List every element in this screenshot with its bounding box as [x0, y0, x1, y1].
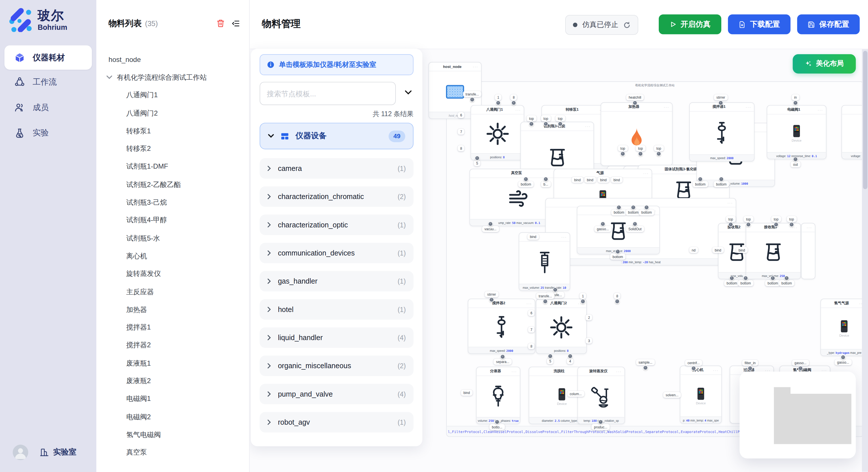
node-menu-icon[interactable]: ···: [526, 301, 532, 305]
tree-item[interactable]: 试剂瓶4-甲醇: [96, 212, 249, 229]
tree-item[interactable]: 真空泵: [96, 444, 249, 462]
collapse-list-icon[interactable]: [231, 19, 240, 28]
canvas-node-离心机[interactable]: 离心机···Devicep: 40 min_temp: 4 max_spe: [680, 366, 722, 424]
port-chip-bind[interactable]: bind: [598, 177, 609, 183]
sidebar-item-workflow[interactable]: 工作流: [4, 71, 92, 93]
template-category-row-liquid_handler[interactable]: liquid_handler(4): [259, 328, 413, 348]
tree-item[interactable]: host_node: [96, 51, 249, 69]
port-chip-bottom[interactable]: bottom: [611, 209, 627, 215]
port-dot[interactable]: [719, 176, 724, 181]
port-chip-4[interactable]: 4: [567, 358, 574, 364]
port-dot[interactable]: [544, 121, 548, 126]
port-chip-8[interactable]: 8: [458, 145, 464, 151]
port-chip-6[interactable]: 6: [458, 112, 464, 118]
port-dot[interactable]: [638, 151, 643, 156]
port-chip-transfe[interactable]: transfe...: [463, 91, 482, 97]
template-category-row-hotel[interactable]: hotel(1): [259, 299, 413, 319]
port-dot[interactable]: [523, 176, 528, 181]
tree-item[interactable]: 八通阀门1: [96, 87, 249, 104]
port-dot[interactable]: [600, 221, 606, 226]
tree-item[interactable]: 转移泵2: [96, 140, 249, 158]
port-dot[interactable]: [620, 151, 625, 156]
port-dot[interactable]: [558, 121, 563, 126]
node-menu-icon[interactable]: ···: [473, 65, 478, 69]
canvas-node-电磁阀1[interactable]: 电磁阀1···Devicevoltage: 12 response_time: …: [767, 105, 826, 159]
port-dot[interactable]: [543, 299, 548, 303]
port-chip-out[interactable]: out: [790, 161, 800, 167]
port-dot[interactable]: [841, 355, 846, 359]
tree-item[interactable]: 试剂瓶3-己烷: [96, 194, 249, 212]
template-category-row-gas_handler[interactable]: gas_handler(1): [259, 271, 413, 291]
port-dot[interactable]: [774, 222, 778, 227]
port-chip-top[interactable]: top: [787, 216, 797, 222]
port-chip-bind[interactable]: bind: [461, 390, 472, 396]
port-chip-1[interactable]: 1: [580, 293, 586, 299]
node-menu-icon[interactable]: ···: [727, 201, 733, 205]
port-chip-stirrer[interactable]: stirrer: [714, 94, 727, 100]
port-dot[interactable]: [548, 353, 553, 358]
node-menu-icon[interactable]: ···: [817, 108, 823, 112]
download-config-button[interactable]: 下载配置: [728, 14, 790, 34]
port-chip-produc[interactable]: produc...: [592, 424, 610, 430]
port-dot[interactable]: [718, 100, 723, 105]
node-menu-icon[interactable]: ···: [807, 226, 812, 230]
port-dot[interactable]: [553, 287, 558, 292]
tree-item[interactable]: 旋转蒸发仪: [96, 265, 249, 283]
port-chip-top[interactable]: top: [541, 115, 551, 121]
port-dot[interactable]: [544, 176, 548, 181]
node-menu-icon[interactable]: ···: [585, 125, 590, 129]
node-menu-icon[interactable]: ···: [643, 171, 649, 175]
port-dot[interactable]: [529, 121, 534, 126]
port-chip-bind[interactable]: bind: [712, 247, 724, 253]
port-chip-7[interactable]: 7: [528, 327, 535, 333]
port-chip-top[interactable]: top: [726, 216, 736, 222]
canvas-node-接收瓶3[interactable]: 接收瓶3···max_volume: 250: [746, 223, 801, 279]
port-dot[interactable]: [500, 354, 505, 359]
port-chip-1[interactable]: 1: [495, 94, 502, 100]
port-chip-bottom[interactable]: bottom: [639, 209, 654, 215]
tree-item[interactable]: 转移泵1: [96, 123, 249, 140]
port-dot[interactable]: [644, 205, 649, 210]
port-dot[interactable]: [631, 205, 636, 210]
port-chip-bind[interactable]: bind: [584, 177, 596, 183]
simulation-status-pill[interactable]: 仿真已停止: [565, 15, 639, 35]
tree-item[interactable]: 搅拌器1: [96, 319, 249, 337]
port-chip-top[interactable]: top: [743, 216, 753, 222]
tree-item[interactable]: 电磁阀1: [96, 390, 249, 408]
port-chip-bind[interactable]: bind: [611, 177, 622, 183]
port-chip-stirrer[interactable]: stirrer: [485, 291, 499, 297]
sidebar-item-experiments[interactable]: 实验: [4, 122, 92, 144]
template-category-row-pump_and_valve[interactable]: pump_and_valve(4): [259, 384, 413, 404]
port-dot[interactable]: [496, 100, 501, 105]
port-chip-top[interactable]: top: [618, 145, 628, 151]
port-dot[interactable]: [656, 151, 661, 156]
tree-item[interactable]: 氢气电磁阀: [96, 426, 249, 444]
tree-item[interactable]: 试剂瓶5-水: [96, 229, 249, 247]
chevron-down-icon[interactable]: [405, 90, 412, 95]
node-menu-icon[interactable]: ···: [515, 108, 521, 112]
port-dot[interactable]: [495, 419, 499, 424]
port-chip-heatchill[interactable]: heatchill: [626, 94, 644, 100]
port-dot[interactable]: [691, 366, 696, 370]
port-dot[interactable]: [643, 365, 648, 370]
canvas-node[interactable]: ···max_volume: 25 transfer_rate: 10: [519, 232, 570, 291]
port-dot[interactable]: [728, 222, 733, 227]
port-dot[interactable]: [615, 249, 620, 254]
canvas-node-分液器[interactable]: 分液器···volume: 250 has_phases: true: [476, 367, 520, 425]
port-dot[interactable]: [743, 275, 748, 280]
node-menu-icon[interactable]: ···: [561, 235, 567, 239]
port-chip-6[interactable]: 6: [528, 310, 535, 316]
port-chip-8[interactable]: 8: [528, 343, 535, 349]
port-chip-SolidOut[interactable]: SolidOut: [626, 226, 644, 232]
port-dot[interactable]: [798, 366, 803, 370]
node-menu-icon[interactable]: ···: [616, 369, 621, 373]
port-dot[interactable]: [784, 275, 789, 280]
port-dot[interactable]: [475, 156, 479, 160]
port-chip-sample[interactable]: sample...: [636, 359, 655, 365]
canvas-node[interactable]: ···: [801, 223, 815, 279]
tree-item[interactable]: 搅拌器2: [96, 337, 249, 355]
canvas-scrollbar[interactable]: [862, 49, 868, 472]
tree-item[interactable]: 离心机: [96, 247, 249, 265]
port-dot[interactable]: [632, 100, 637, 105]
port-dot[interactable]: [748, 366, 753, 370]
